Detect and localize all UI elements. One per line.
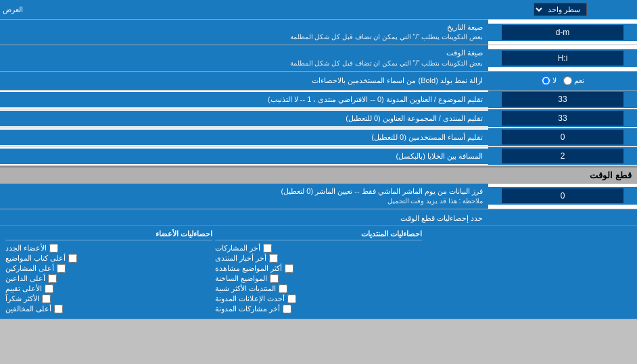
users-names-input[interactable] bbox=[502, 130, 623, 145]
time-data-label-line1: فرز البيانات من يوم الماشر الماشي فقط --… bbox=[5, 186, 483, 197]
stats-col2-header: احصاءليات المنتديات bbox=[215, 228, 422, 240]
stat-hot-topics[interactable]: المواضيع الساخنة bbox=[215, 274, 422, 283]
new-members-label: الأعضاء الجدد bbox=[5, 244, 47, 253]
cells-distance-input[interactable] bbox=[502, 149, 623, 163]
stat-most-similar[interactable]: المنتديات الأكثر شبية bbox=[215, 284, 422, 293]
time-data-row: فرز البيانات من يوم الماشر الماشي فقط --… bbox=[0, 184, 637, 209]
date-format-input-area bbox=[488, 24, 637, 41]
display-select[interactable]: سطر واحد سطرين bbox=[534, 3, 587, 16]
hot-topics-checkbox[interactable] bbox=[270, 274, 279, 283]
stat-last-posts[interactable]: أخر المشاركات bbox=[215, 244, 422, 253]
stats-col-members: احصاءليات الأعضاء الأعضاء الجدد أعلى كتا… bbox=[5, 228, 212, 313]
stat-new-members[interactable]: الأعضاء الجدد bbox=[5, 244, 212, 253]
date-format-label-line1: صيغة التاريخ bbox=[5, 22, 483, 32]
bold-remove-row: نعم لا ازالة نمط بولد (Bold) من اسماء ال… bbox=[0, 72, 637, 90]
top-writers-label: أعلى كتاب المواضيع bbox=[5, 254, 66, 263]
time-format-label-line2: بعض التكوينات يتطلب "/" التي يمكن ان تضا… bbox=[5, 59, 483, 68]
stats-header: حدد إحصاءليات قطع الوقت bbox=[0, 212, 637, 226]
date-format-label-line2: بعض التكوينات يتطلب "/" التي يمكن ان تضا… bbox=[5, 32, 483, 42]
bold-no-label: لا bbox=[552, 76, 557, 85]
hot-topics-label: المواضيع الساخنة bbox=[215, 274, 267, 283]
top-inviters-label: أعلى الداعين bbox=[5, 274, 45, 283]
most-similar-checkbox[interactable] bbox=[279, 284, 287, 293]
most-similar-label: المنتديات الأكثر شبية bbox=[215, 284, 276, 293]
users-names-label: تقليم أسماء المستخدمين (0 للتعطيل) bbox=[0, 130, 488, 145]
time-format-input-area bbox=[488, 49, 637, 67]
main-container: سطر واحد سطرين العرض صيغة التاريخ بعض ال… bbox=[0, 0, 637, 319]
time-data-label-line2: ملاحظة : هذا قد يزيد وقت التحميل bbox=[5, 197, 483, 206]
forum-news-label: أخر أخبار المنتدى bbox=[215, 254, 266, 263]
forum-news-checkbox[interactable] bbox=[269, 254, 278, 263]
top-row: سطر واحد سطرين العرض bbox=[0, 0, 637, 20]
time-format-label-line1: صيغة الوقت bbox=[5, 48, 483, 58]
time-data-input-area bbox=[488, 187, 637, 205]
stat-most-thanks[interactable]: الأكثر شكراً bbox=[5, 294, 212, 303]
stat-top-participants[interactable]: أعلى المشاركين bbox=[5, 264, 212, 273]
top-violators-label: أعلى المخالفين bbox=[5, 305, 51, 313]
stats-right-spacer bbox=[425, 228, 632, 313]
date-format-label: صيغة التاريخ بعض التكوينات يتطلب "/" الت… bbox=[0, 20, 488, 45]
date-format-row: صيغة التاريخ بعض التكوينات يتطلب "/" الت… bbox=[0, 20, 637, 45]
stat-blog-posts[interactable]: أخر مشاركات المدونة bbox=[215, 305, 422, 313]
display-select-area: سطر واحد سطرين bbox=[486, 1, 634, 18]
most-thanks-checkbox[interactable] bbox=[42, 294, 51, 303]
bold-yes-label: نعم bbox=[574, 76, 584, 85]
top-violators-checkbox[interactable] bbox=[54, 305, 63, 313]
stat-top-rated[interactable]: الأعلى تقييم bbox=[5, 284, 212, 293]
stats-header-label: حدد إحصاءليات قطع الوقت bbox=[5, 214, 483, 223]
forum-order-row: تقليم الموضوع / العناوين المدونة (0 -- ا… bbox=[0, 90, 637, 109]
stat-forum-news[interactable]: أخر أخبار المنتدى bbox=[215, 254, 422, 263]
forum-group-order-row: تقليم المنتدى / المجموعة العناوين (0 للت… bbox=[0, 109, 637, 128]
stat-most-viewed[interactable]: أكثر المواضيع مشاهدة bbox=[215, 264, 422, 273]
bold-remove-label: ازالة نمط بولد (Bold) من اسماء المستخدمي… bbox=[0, 73, 488, 88]
most-thanks-label: الأكثر شكراً bbox=[5, 294, 39, 303]
stat-top-inviters[interactable]: أعلى الداعين bbox=[5, 274, 212, 283]
stat-latest-announcements[interactable]: أحدث الإعلانات المدونة bbox=[215, 294, 422, 303]
forum-group-input[interactable] bbox=[502, 111, 623, 126]
cells-distance-row: المسافة بين الخلايا (بالبكسل) bbox=[0, 147, 637, 166]
time-section-header: قطع الوقت bbox=[0, 166, 637, 184]
time-data-label: فرز البيانات من يوم الماشر الماشي فقط --… bbox=[0, 184, 488, 209]
cells-distance-input-area bbox=[488, 147, 637, 165]
forum-order-input[interactable] bbox=[502, 92, 623, 107]
stats-col-forums: احصاءليات المنتديات أخر المشاركات أخر أخ… bbox=[215, 228, 422, 313]
forum-group-input-area bbox=[488, 109, 637, 127]
date-format-input[interactable] bbox=[502, 25, 623, 40]
time-section-title: قطع الوقت bbox=[590, 170, 632, 180]
new-members-checkbox[interactable] bbox=[49, 244, 58, 253]
stats-col1-header: احصاءليات الأعضاء bbox=[5, 228, 212, 240]
top-rated-label: الأعلى تقييم bbox=[5, 284, 42, 293]
time-format-input[interactable] bbox=[502, 51, 623, 66]
latest-announcements-label: أحدث الإعلانات المدونة bbox=[215, 294, 285, 303]
time-format-row: صيغة الوقت بعض التكوينات يتطلب "/" التي … bbox=[0, 45, 637, 71]
bold-yes-option[interactable]: نعم bbox=[563, 76, 584, 85]
blog-posts-checkbox[interactable] bbox=[283, 305, 291, 313]
time-data-input[interactable] bbox=[502, 188, 623, 203]
latest-announcements-checkbox[interactable] bbox=[287, 294, 296, 303]
stats-section: حدد إحصاءليات قطع الوقت احصاءليات الأعضا… bbox=[0, 209, 637, 319]
bold-yes-radio[interactable] bbox=[563, 76, 572, 85]
top-writers-checkbox[interactable] bbox=[68, 254, 77, 263]
cells-distance-label: المسافة بين الخلايا (بالبكسل) bbox=[0, 149, 488, 164]
top-inviters-checkbox[interactable] bbox=[48, 274, 57, 283]
blog-posts-label: أخر مشاركات المدونة bbox=[215, 305, 280, 313]
stat-top-writers[interactable]: أعلى كتاب المواضيع bbox=[5, 254, 212, 263]
most-viewed-checkbox[interactable] bbox=[285, 264, 293, 273]
top-rated-checkbox[interactable] bbox=[45, 284, 53, 293]
users-names-input-area bbox=[488, 128, 637, 146]
users-names-row: تقليم أسماء المستخدمين (0 للتعطيل) bbox=[0, 128, 637, 147]
display-title: العرض bbox=[3, 5, 28, 14]
stats-grid: احصاءليات الأعضاء الأعضاء الجدد أعلى كتا… bbox=[0, 226, 637, 316]
bold-no-option[interactable]: لا bbox=[542, 76, 557, 85]
forum-order-label: تقليم الموضوع / العناوين المدونة (0 -- ا… bbox=[0, 92, 488, 107]
top-participants-checkbox[interactable] bbox=[57, 264, 66, 273]
forum-order-input-area bbox=[488, 90, 637, 108]
last-posts-checkbox[interactable] bbox=[263, 244, 272, 253]
time-format-label: صيغة الوقت بعض التكوينات يتطلب "/" التي … bbox=[0, 45, 488, 70]
most-viewed-label: أكثر المواضيع مشاهدة bbox=[215, 264, 282, 273]
stat-top-violators[interactable]: أعلى المخالفين bbox=[5, 305, 212, 313]
forum-group-label: تقليم المنتدى / المجموعة العناوين (0 للت… bbox=[0, 111, 488, 126]
last-posts-label: أخر المشاركات bbox=[215, 244, 260, 253]
bold-no-radio[interactable] bbox=[542, 76, 550, 85]
bold-radio-area: نعم لا bbox=[488, 75, 637, 86]
